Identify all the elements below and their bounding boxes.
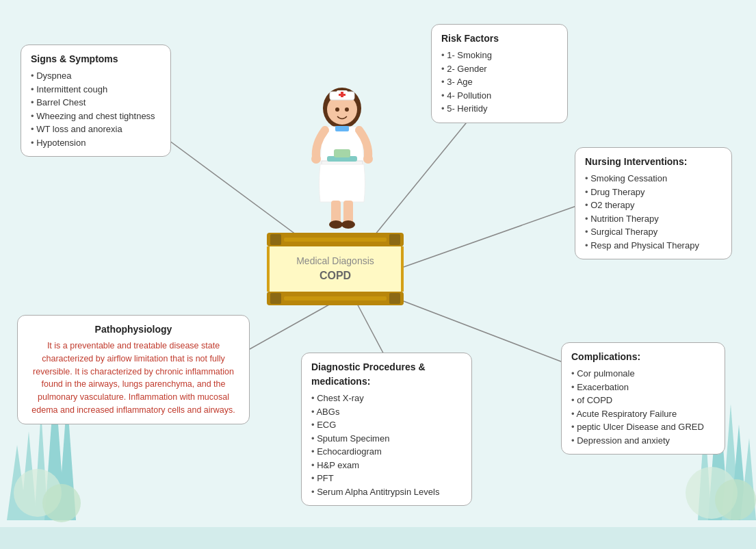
risk-list: 1- Smoking 2- Gender 3- Age 4- Pollution… <box>441 49 558 116</box>
scroll-bottom-roll <box>267 292 404 305</box>
svg-point-32 <box>363 154 373 164</box>
list-item: Depression and anxiety <box>571 434 715 448</box>
list-item: 2- Gender <box>441 62 558 76</box>
patho-text: It is a preventable and treatable diseas… <box>27 340 239 417</box>
list-item: 1- Smoking <box>441 49 558 62</box>
svg-point-28 <box>345 107 349 112</box>
list-item: peptic Ulcer Disease and GRED <box>571 420 715 434</box>
list-item: 5- Heritidy <box>441 102 558 116</box>
list-item: O2 therapy <box>585 199 722 212</box>
diagnostic-box: Diagnostic Procedures & medications: Che… <box>301 353 472 506</box>
signs-list: Dyspnea Intermittent cough Barrel Chest … <box>31 69 161 149</box>
svg-line-19 <box>356 301 387 359</box>
diag-list: Chest X-ray ABGs ECG Sputum Specimen Ech… <box>311 392 462 498</box>
list-item: Intermittent cough <box>31 83 161 97</box>
list-item: Smoking Cessation <box>585 172 722 186</box>
svg-line-18 <box>250 301 335 349</box>
list-item: Barrel Chest <box>31 96 161 110</box>
svg-rect-34 <box>334 149 350 157</box>
svg-point-13 <box>715 479 756 520</box>
nursing-interventions-box: Nursing Interventions: Smoking Cessation… <box>575 147 732 259</box>
diag-title: Diagnostic Procedures & medications: <box>311 360 462 389</box>
svg-line-17 <box>404 205 578 267</box>
svg-rect-26 <box>339 94 346 96</box>
signs-title: Signs & Symptoms <box>31 52 161 66</box>
scroll-top-roll <box>267 233 404 246</box>
list-item: Exacerbation <box>571 381 715 394</box>
risk-factors-box: Risk Factors 1- Smoking 2- Gender 3- Age… <box>431 24 568 123</box>
list-item: Dyspnea <box>31 69 161 83</box>
list-item: 4- Pollution <box>441 89 558 103</box>
svg-point-31 <box>311 154 321 164</box>
pathophysiology-box: Pathophysiology It is a preventable and … <box>17 315 250 424</box>
list-item: Chest X-ray <box>311 392 462 405</box>
svg-point-6 <box>42 484 81 522</box>
list-item: Echocardiogram <box>311 445 462 459</box>
svg-marker-10 <box>731 424 747 520</box>
svg-marker-0 <box>34 411 48 520</box>
list-item: Cor pulmonale <box>571 367 715 381</box>
list-item: Serum Alpha Antitrypsin Levels <box>311 485 462 499</box>
list-item: Hypotension <box>31 136 161 150</box>
svg-rect-29 <box>335 126 349 131</box>
svg-point-37 <box>329 220 343 229</box>
list-item: Nutrition Therapy <box>585 212 722 226</box>
risk-title: Risk Factors <box>441 31 558 46</box>
list-item: Acute Respiratory Failure <box>571 407 715 421</box>
svg-point-27 <box>335 107 339 112</box>
list-item: 3- Age <box>441 75 558 89</box>
center-banner: Medical Diagonsis COPD <box>267 233 404 305</box>
center-title-line2: COPD <box>276 268 394 283</box>
list-item: Surgical Therapy <box>585 225 722 239</box>
nurse-figure <box>301 75 383 233</box>
svg-point-5 <box>14 469 62 517</box>
list-item: ECG <box>311 418 462 432</box>
svg-marker-11 <box>740 438 756 520</box>
list-item: Sputum Specimen <box>311 432 462 446</box>
svg-point-38 <box>341 220 355 229</box>
list-item: Drug Therapy <box>585 186 722 199</box>
comp-title: Complications: <box>571 350 715 364</box>
complications-box: Complications: Cor pulmonale Exacerbatio… <box>561 342 725 455</box>
comp-list: Cor pulmonale Exacerbation of COPD Acute… <box>571 367 715 447</box>
patho-title: Pathophysiology <box>27 322 239 337</box>
list-item: of COPD <box>571 394 715 407</box>
list-item: Wheezing and chest tightness <box>31 110 161 123</box>
list-item: Resp and Physical Therapy <box>585 239 722 253</box>
center-title-line1: Medical Diagonsis <box>276 255 394 268</box>
svg-marker-2 <box>21 431 37 520</box>
list-item: H&P exam <box>311 459 462 472</box>
svg-marker-4 <box>7 445 27 520</box>
list-item: ABGs <box>311 405 462 419</box>
list-item: PFT <box>311 472 462 485</box>
list-item: WT loss and anorexia <box>31 123 161 136</box>
svg-rect-14 <box>0 527 756 549</box>
nursing-title: Nursing Interventions: <box>585 155 722 169</box>
nursing-list: Smoking Cessation Drug Therapy O2 therap… <box>585 172 722 252</box>
svg-point-12 <box>686 467 738 519</box>
signs-symptoms-box: Signs & Symptoms Dyspnea Intermittent co… <box>21 44 171 157</box>
